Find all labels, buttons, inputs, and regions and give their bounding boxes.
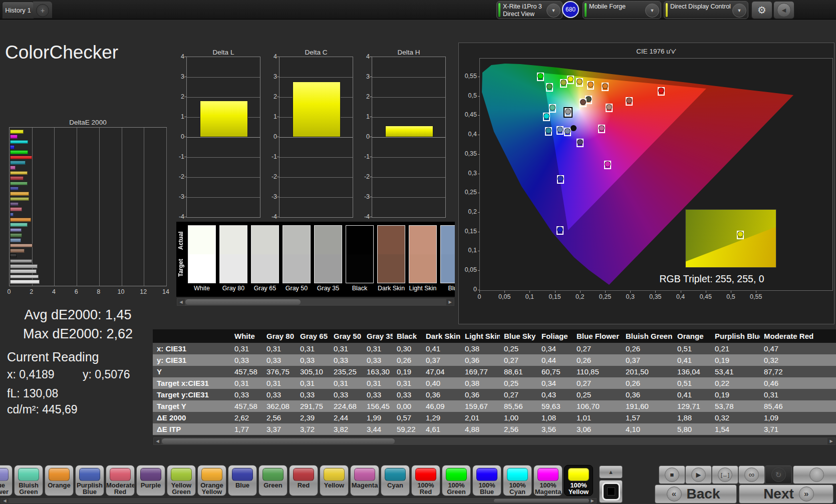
source-name: Mobile Forge — [589, 3, 626, 11]
gridline — [280, 197, 353, 198]
deltae-bar — [10, 249, 25, 253]
scroll-thumb[interactable] — [494, 499, 589, 502]
patch-button-orange[interactable]: Orange — [45, 465, 74, 496]
patch-button-blue[interactable]: Blue — [228, 465, 257, 496]
gridline — [122, 128, 122, 286]
row-label: y: CIE31 — [153, 354, 230, 366]
table-cell: 0,31 — [230, 343, 262, 354]
stop-button[interactable]: ■ — [659, 465, 685, 484]
patch-button-100-green[interactable]: 100% Green — [442, 465, 471, 496]
patch-chip — [476, 468, 497, 481]
patch-button-100-red[interactable]: 100% Red — [411, 465, 440, 496]
patch-button-100-magenta[interactable]: 100% Magenta — [533, 465, 563, 496]
tick-mark — [605, 291, 606, 293]
axis-tick-label: -3 — [267, 193, 277, 200]
scroll-left-arrow[interactable]: ◀ — [1, 498, 9, 503]
table-cell: 0,36 — [422, 389, 461, 400]
gridline — [372, 117, 445, 118]
continuous-read-button[interactable]: ∞ — [738, 465, 765, 484]
scroll-left-arrow[interactable]: ◀ — [177, 299, 185, 305]
add-tab-button[interactable]: + — [36, 4, 49, 17]
axis-tick-label: -2 — [267, 173, 277, 180]
next-button[interactable]: Next » — [739, 484, 833, 503]
tick-mark — [277, 117, 280, 117]
chevron-left-icon: ◀ — [777, 3, 791, 17]
chevron-down-icon[interactable]: ▼ — [645, 4, 659, 18]
back-button[interactable]: « Back — [655, 484, 737, 503]
patch-row-scrollbar[interactable]: ◀▶ — [0, 497, 597, 504]
table-cell: 1,99 — [363, 412, 393, 423]
axis-tick-label: 0,4 — [673, 293, 689, 300]
tick-mark — [370, 197, 372, 197]
table-cell: 0,31 — [363, 377, 393, 389]
axis-tick-label: 3 — [267, 73, 277, 80]
swatch-label: Gray 35 — [312, 285, 344, 292]
delta-chart — [279, 57, 353, 218]
patch-button-bluish-green[interactable]: Bluish Green — [14, 465, 43, 496]
blank-icon — [809, 467, 824, 482]
patch-button-cyan[interactable]: Cyan — [381, 465, 410, 496]
scroll-right-arrow[interactable]: ▶ — [827, 438, 835, 444]
loop-button[interactable]: ↻ — [765, 465, 792, 484]
patch-button-purple[interactable]: Purple — [136, 465, 165, 496]
table-cell: 0,33 — [262, 354, 296, 366]
axis-tick-label: 0,2 — [459, 208, 477, 215]
patch-label: Orange Yellow — [198, 482, 226, 495]
patch-button-magenta[interactable]: Magenta — [350, 465, 379, 496]
patch-button-yellow-green[interactable]: Yellow Green — [167, 465, 196, 496]
swatch-label: Blue — [438, 285, 455, 292]
patch-button-yellow[interactable]: Yellow — [320, 465, 349, 496]
patch-label: Green — [259, 482, 287, 488]
scroll-right-arrow[interactable]: ▶ — [446, 299, 454, 305]
patch-button-purplish-blue[interactable]: Purplish Blue — [75, 465, 104, 496]
deltae-bar — [10, 192, 29, 196]
settings-button[interactable]: ⚙ — [751, 1, 772, 19]
collapse-controls-button[interactable]: ▲ — [599, 465, 623, 478]
scroll-right-arrow[interactable]: ▶ — [589, 498, 596, 503]
extra-transport-button[interactable] — [793, 465, 836, 484]
pattern-size-button[interactable]: [↔] — [712, 465, 738, 484]
table-cell: 0,34 — [537, 377, 573, 389]
table-scrollbar[interactable]: ◀▶ — [153, 437, 836, 445]
patch-button-green[interactable]: Green — [258, 465, 288, 496]
collapse-panel-button[interactable]: ◀ — [773, 1, 794, 19]
patch-button-red[interactable]: Red — [289, 465, 318, 496]
patch-button-blue-flower[interactable]: Blue Flower — [0, 465, 13, 496]
gridline — [166, 128, 167, 286]
swatch-strip-scrollbar[interactable]: ◀▶ — [176, 298, 455, 306]
deltae-bar — [10, 228, 22, 232]
meter-dropdown[interactable]: X-Rite i1Pro 3 Direct View ▼ — [496, 1, 563, 19]
patch-button-100-cyan[interactable]: 100% Cyan — [503, 465, 532, 496]
table-cell: 0,25 — [573, 389, 622, 400]
table-cell: 0,00 — [393, 400, 422, 412]
row-label: Target y:CIE31 — [153, 389, 230, 400]
table-cell: 2,62 — [230, 412, 262, 423]
axis-tick-label: 0 — [3, 288, 15, 295]
swatch-actual — [441, 226, 455, 254]
display-dropdown[interactable]: Direct Display Control ▼ — [664, 1, 748, 19]
table-cell: 0,31 — [330, 343, 363, 354]
tab-history-1[interactable]: History 1 — [2, 2, 34, 19]
patch-label: Purple — [137, 482, 165, 488]
table-cell: 0,38 — [461, 377, 500, 389]
gridline — [187, 157, 260, 158]
scroll-thumb[interactable] — [185, 299, 301, 305]
chevron-down-icon[interactable]: ▼ — [732, 4, 746, 18]
play-button[interactable]: ▶ — [685, 465, 712, 484]
source-dropdown[interactable]: Mobile Forge ▼ — [583, 1, 661, 19]
patch-button-orange-yellow[interactable]: Orange Yellow — [197, 465, 226, 496]
patch-button-100-blue[interactable]: 100% Blue — [472, 465, 501, 496]
deltae-bar — [10, 135, 18, 139]
patch-button-100-yellow[interactable]: 100% Yellow — [564, 465, 593, 496]
scroll-left-arrow[interactable]: ◀ — [154, 438, 161, 444]
patch-chip — [0, 468, 9, 481]
cie-point — [545, 127, 552, 136]
chevron-down-icon[interactable]: ▼ — [546, 4, 561, 18]
table-cell: 0,27 — [500, 354, 537, 366]
cie-diagram-panel: CIE 1976 u'v' 0,550,50,450,40,350,30,250… — [458, 43, 834, 324]
patch-button-moderate-red[interactable]: Moderate Red — [106, 465, 135, 496]
table-row: Target x:CIE310,310,310,310,310,310,310,… — [153, 377, 836, 389]
pattern-window-button[interactable] — [599, 480, 623, 503]
scroll-thumb[interactable] — [162, 438, 395, 444]
cie-point — [606, 104, 613, 112]
